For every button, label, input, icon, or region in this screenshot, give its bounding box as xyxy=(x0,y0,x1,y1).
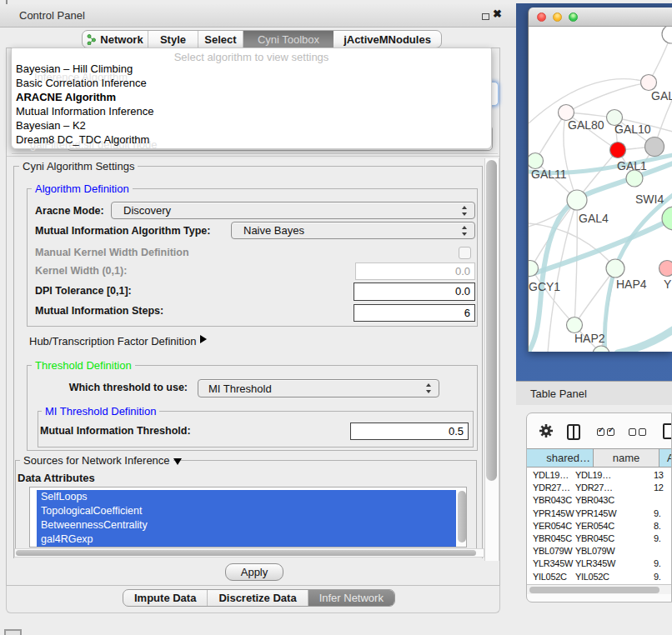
network-node-GAL4[interactable] xyxy=(567,190,587,210)
dropdown-item[interactable]: Dream8 DC_TDC Algorithm xyxy=(16,133,149,146)
spinner-arrows-icon xyxy=(462,206,468,216)
tab-network[interactable]: Network xyxy=(83,31,148,48)
collapse-arrow-icon[interactable] xyxy=(173,458,182,465)
settings-vscrollbar-thumb[interactable] xyxy=(486,160,497,481)
dropdown-item[interactable]: Bayesian – Hill Climbing xyxy=(16,62,133,75)
algorithm-dropdown-popup: Select algorithm to view settings Infere… xyxy=(11,48,492,149)
new-table-icon[interactable] xyxy=(663,423,672,439)
network-node-label: GAL4 xyxy=(579,212,609,225)
columns-icon[interactable] xyxy=(567,424,580,440)
spinner-arrows-icon xyxy=(462,226,468,236)
network-edge[interactable] xyxy=(566,82,649,112)
data-attribute-item[interactable]: TopologicalCoefficient xyxy=(37,504,456,518)
network-node-big-green[interactable] xyxy=(662,207,672,230)
dpi-tolerance-field[interactable]: 0.0 xyxy=(354,282,475,301)
mi-threshold-field[interactable]: 0.5 xyxy=(350,422,469,440)
control-panel-titlebar: Control Panel xyxy=(0,4,516,28)
which-threshold-select[interactable]: MI Threshold xyxy=(198,379,439,398)
column-header-name[interactable]: name xyxy=(594,449,659,467)
network-node-SWI4[interactable] xyxy=(626,170,643,187)
mi-steps-field[interactable]: 6 xyxy=(354,304,475,322)
table-horizontal-scrollbar[interactable] xyxy=(527,584,672,594)
data-attributes-label: Data Attributes xyxy=(18,472,95,484)
table-row[interactable]: YPR145WYPR145W9. xyxy=(527,508,672,521)
dropdown-item[interactable]: Basic Correlation Inference xyxy=(16,77,147,89)
aracne-mode-label: Aracne Mode: xyxy=(35,205,104,217)
deselect-all-columns-icon[interactable] xyxy=(629,428,646,436)
tab-cyni-toolbox[interactable]: Cyni Toolbox xyxy=(243,31,333,48)
column-header-clipped[interactable]: A xyxy=(659,449,672,467)
dropdown-item[interactable]: Mutual Information Inference xyxy=(16,105,153,118)
hub-definition-label[interactable]: Hub/Transcription Factor Definition xyxy=(29,335,196,348)
network-node-HAP4[interactable] xyxy=(606,259,624,278)
gear-icon[interactable] xyxy=(539,423,554,438)
network-node-label: GAL10 xyxy=(614,122,651,136)
threshold-definition-title: Threshold Definition xyxy=(32,359,135,372)
tab-discretize-data[interactable]: Discretize Data xyxy=(208,590,308,606)
table-row[interactable]: YBL079WYBL079W xyxy=(527,546,672,558)
network-node-pink[interactable] xyxy=(659,261,672,277)
network-node-GAL2[interactable] xyxy=(641,75,657,91)
tab-impute-data[interactable]: Impute Data xyxy=(123,590,208,606)
apply-button[interactable]: Apply xyxy=(225,563,283,581)
mi-type-select[interactable]: Naive Bayes xyxy=(231,222,475,239)
network-node-label: GAL11 xyxy=(531,168,567,181)
aracne-mode-select[interactable]: Discovery xyxy=(111,202,475,219)
network-node-n1[interactable] xyxy=(662,27,672,43)
tab-jactivemnodules[interactable]: jActiveMNodules xyxy=(333,31,441,48)
manual-kernel-checkbox[interactable] xyxy=(459,247,471,259)
table-row[interactable]: YBR043CYBR043C xyxy=(527,495,672,508)
zoom-traffic-light-icon[interactable] xyxy=(569,12,578,22)
expand-arrow-icon[interactable] xyxy=(200,335,207,343)
tab-select[interactable]: Select xyxy=(198,31,243,48)
mi-threshold-label: Mutual Information Threshold: xyxy=(40,425,191,437)
mi-type-label: Mutual Information Algorithm Type: xyxy=(35,225,210,237)
close-icon[interactable]: ✖ xyxy=(493,8,502,20)
bottom-tab-bar: Impute Data Discretize Data Infer Networ… xyxy=(123,589,395,607)
network-edge-highlighted[interactable] xyxy=(618,330,672,352)
network-node-gray[interactable] xyxy=(645,138,664,157)
table-row[interactable]: YDL19…YDL19…13 xyxy=(527,470,672,482)
network-node-GAL1[interactable] xyxy=(610,142,626,158)
network-node-label: SWI4 xyxy=(635,192,664,206)
table-panel-header: Table Panel xyxy=(516,381,672,405)
table-row[interactable]: YIL052CYIL052C9. xyxy=(527,572,672,584)
data-attribute-item[interactable]: BetweennessCentrality xyxy=(37,518,456,532)
hidden-groupbox-line xyxy=(12,153,498,154)
table-panel-card: shared… name A YDL19…YDL19…13YDR27…YDR27… xyxy=(526,412,672,602)
mi-threshold-title: MI Threshold Definition xyxy=(42,405,159,418)
viewport-top-line xyxy=(7,156,499,157)
minimize-traffic-light-icon[interactable] xyxy=(553,12,562,22)
network-node-GAL11[interactable] xyxy=(529,153,544,169)
float-window-icon[interactable] xyxy=(482,13,489,20)
table-hscrollbar-thumb[interactable] xyxy=(529,587,659,593)
mi-steps-label: Mutual Information Steps: xyxy=(35,305,163,317)
network-node-HAP2[interactable] xyxy=(567,318,583,333)
dpi-tolerance-label: DPI Tolerance [0,1]: xyxy=(35,285,132,297)
tab-style[interactable]: Style xyxy=(148,31,198,48)
network-edge[interactable] xyxy=(535,112,566,161)
network-edge[interactable] xyxy=(574,200,577,325)
dropdown-item[interactable]: ARACNE Algorithm xyxy=(16,91,116,103)
close-traffic-light-icon[interactable] xyxy=(537,12,546,22)
table-row[interactable]: YER054CYER054C8. xyxy=(527,521,672,533)
data-attribute-item[interactable]: SelfLoops xyxy=(37,490,456,504)
manual-kernel-label: Manual Kernel Width Definition xyxy=(35,247,189,258)
network-graph-canvas[interactable]: GAL2GAL80GAL10GAL1GAL11GAL4SWI4HAP4YGCY1… xyxy=(529,27,672,352)
list-scrollbar-thumb[interactable] xyxy=(458,491,466,542)
minimized-panel-icon[interactable] xyxy=(4,629,22,635)
tab-infer-network[interactable]: Infer Network xyxy=(308,590,394,606)
table-row[interactable]: YLR345WYLR345W9. xyxy=(527,558,672,571)
settings-hscrollbar-thumb[interactable] xyxy=(16,550,476,556)
kernel-width-field[interactable]: 0.0 xyxy=(355,262,475,280)
data-attributes-list[interactable]: SelfLoopsTopologicalCoefficientBetweenne… xyxy=(29,487,467,548)
table-row[interactable]: YBR045CYBR045C9. xyxy=(527,533,672,546)
column-header-shared-name[interactable]: shared… xyxy=(527,449,594,467)
data-attribute-item[interactable]: gal4RGexp xyxy=(37,532,456,547)
select-all-columns-icon[interactable] xyxy=(597,428,614,436)
table-panel-title: Table Panel xyxy=(530,388,587,400)
dropdown-item[interactable]: Bayesian – K2 xyxy=(16,119,86,132)
tab-network-label: Network xyxy=(100,33,143,46)
sources-title: Sources for Network Inference xyxy=(20,454,173,467)
table-row[interactable]: YDR27…YDR27…12 xyxy=(527,482,672,495)
